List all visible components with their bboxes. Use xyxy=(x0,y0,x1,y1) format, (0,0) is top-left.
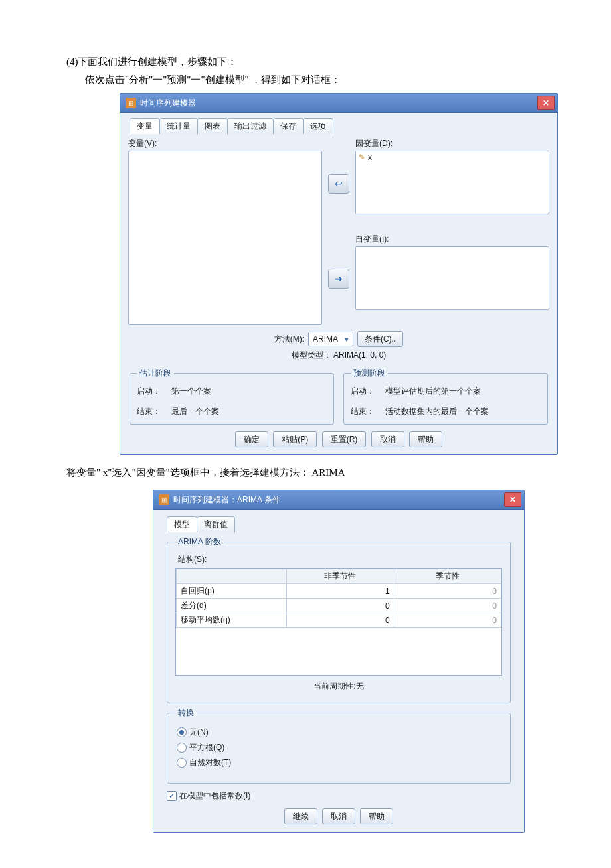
tab-options[interactable]: 选项 xyxy=(303,118,333,134)
transform-legend: 转换 xyxy=(175,707,197,719)
dialog-title: 时间序列建模器 xyxy=(140,98,196,109)
estimation-legend: 估计阶段 xyxy=(137,368,174,379)
method-label: 方法(M): xyxy=(274,334,304,345)
paragraph: 依次点击"分析"一"预测"一"创建模型" ，得到如下对话框： xyxy=(66,71,558,89)
arima-order-legend: ARIMA 阶数 xyxy=(175,536,224,547)
tab-variables[interactable]: 变量 xyxy=(130,118,160,134)
estimation-group: 估计阶段 启动：第一个个案 结束：最后一个个案 xyxy=(130,368,334,425)
value: 最后一个个案 xyxy=(171,406,219,417)
tab-statistics[interactable]: 统计量 xyxy=(159,118,198,134)
tabs: 变量 统计量 图表 输出过滤 保存 选项 xyxy=(130,118,549,134)
row-name: 移动平均数(q) xyxy=(177,613,287,628)
cancel-button[interactable]: 取消 xyxy=(371,431,404,447)
dialog-title: 时间序列建模器：ARIMA 条件 xyxy=(173,494,280,506)
independent-label: 自变量(I): xyxy=(355,234,549,245)
radio-sqrt[interactable]: 平方根(Q) xyxy=(177,742,501,753)
structure-label: 结构(S): xyxy=(178,554,502,565)
tab-output-filter[interactable]: 输出过滤 xyxy=(227,118,274,134)
help-button[interactable]: 帮助 xyxy=(360,808,393,824)
table-row[interactable]: 自回归(p) 1 0 xyxy=(177,584,501,599)
value: 活动数据集内的最后一个个案 xyxy=(385,406,489,417)
cell: 0 xyxy=(394,599,501,613)
close-icon[interactable]: ✕ xyxy=(537,96,555,110)
ok-button[interactable]: 确定 xyxy=(235,431,268,447)
paste-button[interactable]: 粘贴(P) xyxy=(273,431,317,447)
pencil-icon: ✎ xyxy=(359,153,365,162)
checkbox-label: 在模型中包括常数(I) xyxy=(179,790,250,802)
table-row[interactable]: 差分(d) 0 0 xyxy=(177,599,501,613)
row-name: 自回归(p) xyxy=(177,584,287,599)
current-period-label: 当前周期性:无 xyxy=(175,681,502,692)
variables-label: 变量(V): xyxy=(128,138,322,149)
titlebar: ⊞ 时间序列建模器：ARIMA 条件 ✕ xyxy=(153,490,524,510)
help-button[interactable]: 帮助 xyxy=(409,431,442,447)
radio-icon xyxy=(177,743,187,753)
arima-conditions-dialog: ⊞ 时间序列建模器：ARIMA 条件 ✕ 模型 离群值 ARIMA 阶数 结构(… xyxy=(153,490,525,833)
include-constant-checkbox[interactable]: 在模型中包括常数(I) xyxy=(167,790,511,802)
dependent-label: 因变量(D): xyxy=(355,138,549,149)
value: 第一个个案 xyxy=(171,386,211,397)
cell[interactable]: 0 xyxy=(287,599,394,613)
radio-none[interactable]: 无(N) xyxy=(177,727,501,738)
tab-charts[interactable]: 图表 xyxy=(197,118,228,134)
label: 结束： xyxy=(351,406,380,417)
radio-label: 平方根(Q) xyxy=(189,742,224,753)
paragraph: (4)下面我们进行创建模型，步骤如下： xyxy=(66,53,558,71)
tabs: 模型 离群值 xyxy=(167,516,512,532)
radio-label: 无(N) xyxy=(189,727,209,738)
method-select[interactable]: ARIMA ▼ xyxy=(308,332,353,346)
cell[interactable]: 0 xyxy=(287,613,394,628)
prediction-group: 预测阶段 启动：模型评估期后的第一个个案 结束：活动数据集内的最后一个个案 xyxy=(343,368,548,425)
tab-save[interactable]: 保存 xyxy=(273,118,304,134)
titlebar: ⊞ 时间序列建模器 ✕ xyxy=(120,94,557,113)
radio-log[interactable]: 自然对数(T) xyxy=(177,757,501,768)
table-row[interactable]: 移动平均数(q) 0 0 xyxy=(177,613,501,628)
dependent-list[interactable]: ✎ x xyxy=(355,151,549,214)
row-name: 差分(d) xyxy=(177,599,287,613)
radio-label: 自然对数(T) xyxy=(189,757,231,768)
label: 结束： xyxy=(137,406,166,417)
conditions-button[interactable]: 条件(C).. xyxy=(357,331,403,347)
radio-icon xyxy=(177,727,187,737)
move-to-independent-button[interactable]: ➔ xyxy=(328,269,349,289)
cancel-button[interactable]: 取消 xyxy=(322,808,355,824)
chevron-down-icon: ▼ xyxy=(343,336,350,343)
arima-order-group: ARIMA 阶数 结构(S): 非季节性 季节性 自回归(p) 1 xyxy=(167,536,511,703)
cell: 0 xyxy=(394,613,501,628)
independent-list[interactable] xyxy=(355,246,549,310)
value: 模型评估期后的第一个个案 xyxy=(385,386,481,397)
method-value: ARIMA xyxy=(313,334,338,344)
transform-group: 转换 无(N) 平方根(Q) 自然对数(T) xyxy=(167,707,511,784)
close-icon[interactable]: ✕ xyxy=(504,492,521,507)
model-type-label: 模型类型： ARIMA(1, 0, 0) xyxy=(128,350,549,361)
continue-button[interactable]: 继续 xyxy=(284,808,317,824)
dependent-item-label: x xyxy=(368,153,372,162)
time-series-modeler-dialog: ⊞ 时间序列建模器 ✕ 变量 统计量 图表 输出过滤 保存 选项 变量(V): xyxy=(120,93,558,455)
radio-icon xyxy=(177,758,187,768)
col-nonseasonal: 非季节性 xyxy=(287,569,394,584)
reset-button[interactable]: 重置(R) xyxy=(322,431,367,447)
label: 启动： xyxy=(351,386,380,397)
cell: 0 xyxy=(394,584,501,599)
paragraph: 将变量" x"选入"因变量"选项框中，接着选择建模方法： ARIMA xyxy=(66,464,558,482)
checkbox-icon xyxy=(167,791,177,801)
tab-model[interactable]: 模型 xyxy=(167,516,197,532)
app-icon: ⊞ xyxy=(126,98,136,108)
label: 启动： xyxy=(137,386,166,397)
variables-list[interactable] xyxy=(128,151,322,325)
prediction-legend: 预测阶段 xyxy=(351,368,388,379)
tab-outliers[interactable]: 离群值 xyxy=(197,516,235,532)
move-to-dependent-button[interactable]: ↩ xyxy=(328,174,349,194)
cell[interactable]: 1 xyxy=(287,584,394,599)
list-item[interactable]: ✎ x xyxy=(356,151,549,163)
app-icon: ⊞ xyxy=(159,494,169,505)
col-seasonal: 季节性 xyxy=(394,569,501,584)
order-table[interactable]: 非季节性 季节性 自回归(p) 1 0 差分(d) 0 xyxy=(175,568,502,676)
